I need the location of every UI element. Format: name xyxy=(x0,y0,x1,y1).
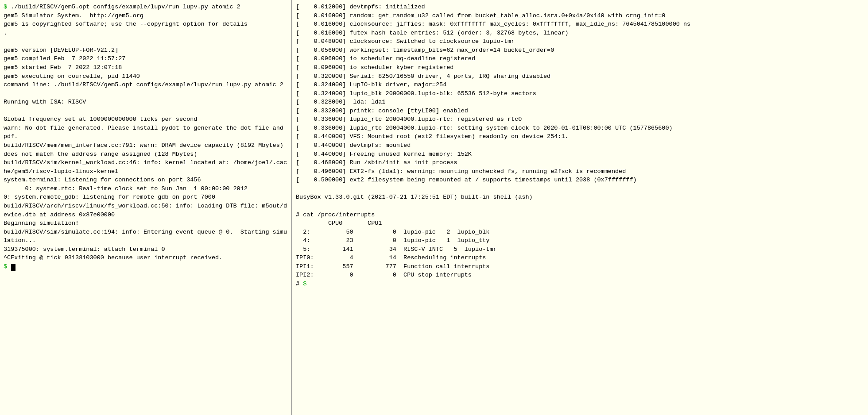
cursor xyxy=(11,264,16,271)
left-terminal: $ ./build/RISCV/gem5.opt configs/example… xyxy=(0,0,292,415)
prompt-dollar: $ xyxy=(4,4,7,10)
right-terminal: [ 0.012000] devtmpfs: initialized [ 0.01… xyxy=(292,0,868,415)
hash-prompt-end: # xyxy=(296,281,299,287)
hash-prompt: # xyxy=(296,211,299,218)
prompt-dollar-end: $ xyxy=(4,263,7,270)
green-dollar: $ xyxy=(303,281,306,287)
